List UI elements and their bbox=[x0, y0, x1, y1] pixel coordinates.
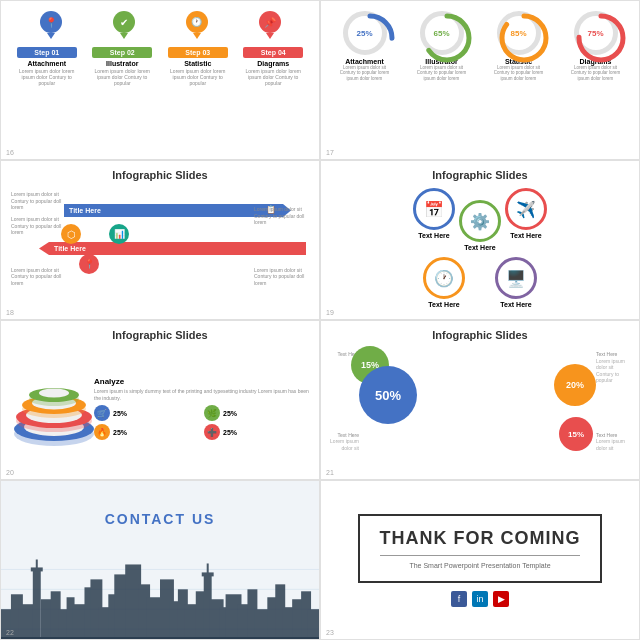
bubble-ring-3: ✈️ bbox=[505, 188, 547, 230]
svg-point-15 bbox=[39, 388, 69, 397]
pct-icon-2: 🌿 bbox=[204, 405, 220, 421]
bubble-icon-2: ⚙️ bbox=[470, 212, 490, 231]
social-icons: f in ▶ bbox=[451, 591, 509, 607]
circ-pct-1: 25% bbox=[356, 29, 372, 38]
slide-number-4: 19 bbox=[326, 309, 334, 316]
svg-rect-58 bbox=[307, 609, 319, 639]
svg-point-0 bbox=[348, 16, 392, 60]
step-pin-2: ✔ bbox=[113, 11, 135, 35]
thank-subtitle: The Smart Powerpoint Presentation Templa… bbox=[380, 562, 581, 569]
analyze-box: Analyze Lorem ipsum is simply dummy text… bbox=[94, 377, 311, 440]
bubble-icon-3: ✈️ bbox=[516, 200, 536, 219]
thank-divider bbox=[380, 555, 581, 556]
svg-rect-23 bbox=[33, 569, 41, 639]
svg-rect-46 bbox=[207, 563, 209, 575]
step-pin-4: 📌 bbox=[259, 11, 281, 35]
step-bar-3: Step 03 bbox=[168, 47, 228, 58]
slide-title-5: Infographic Slides bbox=[9, 329, 311, 341]
slide-contact: CONTACT US bbox=[0, 480, 320, 640]
bubble-chart-text-tr: Text HereLorem ipsum dolor sit Contury t… bbox=[596, 351, 631, 384]
circ-text-3: Lorem ipsum dolor sit Contury to popular… bbox=[491, 65, 546, 81]
svg-rect-59 bbox=[1, 637, 319, 639]
step-labels: Step 01 Attachment Lorem ipsum dolor lor… bbox=[9, 47, 311, 86]
circ-pct-2: 65% bbox=[433, 29, 449, 38]
bubble-label-5: Text Here bbox=[500, 301, 531, 308]
circ-pct-3: 85% bbox=[510, 29, 526, 38]
svg-point-3 bbox=[579, 16, 623, 60]
slide-thank-you: THANK FOR COMING The Smart Powerpoint Pr… bbox=[320, 480, 640, 640]
slide-circular: 25% Attachment Lorem ipsum dolor sit Con… bbox=[320, 0, 640, 160]
step-label-2: Step 02 Illustrator Lorem ipsum dolor lo… bbox=[92, 47, 152, 86]
slide-title-4: Infographic Slides bbox=[329, 169, 631, 181]
step-label-4: Step 04 Diagrams Lorem ipsum dolor lorem… bbox=[243, 47, 303, 86]
arrow-text-bl: Lorem ipsum dolor sit Contury to popular… bbox=[11, 267, 69, 287]
circ-text-2: Lorem ipsum dolor sit Contury to popular… bbox=[414, 65, 469, 81]
circle-red: 📍 bbox=[79, 254, 99, 274]
pct-item-2: 🌿 25% bbox=[204, 405, 311, 421]
circ-ring-1: 25% bbox=[343, 11, 387, 55]
svg-point-2 bbox=[502, 16, 546, 60]
bubble-icon-5: 🖥️ bbox=[506, 269, 526, 288]
circ-ring-2: 65% bbox=[420, 11, 464, 55]
bubble-4: 🕐 Text Here bbox=[423, 257, 465, 308]
analyze-text: Lorem ipsum is simply dummy text of the … bbox=[94, 388, 311, 401]
svg-rect-25 bbox=[36, 560, 38, 572]
circ-ring-3: 85% bbox=[497, 11, 541, 55]
arrow-text-r: Lorem ipsum dolor sit Contury to popular… bbox=[254, 206, 309, 226]
bubble-ring-2: ⚙️ bbox=[459, 200, 501, 242]
slide-donut: Infographic Slides bbox=[0, 320, 320, 480]
linkedin-icon[interactable]: in bbox=[472, 591, 488, 607]
slide-title-6: Infographic Slides bbox=[329, 329, 631, 341]
bubble-icon-1: 📅 bbox=[424, 200, 444, 219]
bubble-grid: 📅 Text Here ⚙️ Text Here ✈️ Text Here 🕐 … bbox=[329, 186, 631, 310]
circ-pct-4: 75% bbox=[587, 29, 603, 38]
slide-arrows: Infographic Slides Lorem ipsum dolor sit… bbox=[0, 160, 320, 320]
youtube-icon[interactable]: ▶ bbox=[493, 591, 509, 607]
bubble-label-4: Text Here bbox=[428, 301, 459, 308]
bubble-3: ✈️ Text Here bbox=[505, 188, 547, 251]
pct-item-3: 🔥 25% bbox=[94, 424, 201, 440]
bubble-row-2: 🕐 Text Here 🖥️ Text Here bbox=[331, 257, 629, 308]
facebook-icon[interactable]: f bbox=[451, 591, 467, 607]
thank-title: THANK FOR COMING bbox=[380, 528, 581, 549]
circ-item-4: 75% Diagrams Lorem ipsum dolor sit Contu… bbox=[568, 11, 623, 81]
pin-green: ✔ bbox=[113, 11, 135, 33]
slide-number-1: 16 bbox=[6, 149, 14, 156]
arrow-text-br: Lorem ipsum dolor sit Contury to popular… bbox=[254, 267, 309, 287]
slide-bubbles: Infographic Slides 📅 Text Here ⚙️ Text H… bbox=[320, 160, 640, 320]
slide-number-2: 17 bbox=[326, 149, 334, 156]
step-bar-4: Step 04 bbox=[243, 47, 303, 58]
arrows-area: Lorem ipsum dolor sit Contury to popular… bbox=[9, 186, 311, 286]
bubble-2: ⚙️ Text Here bbox=[459, 200, 501, 251]
bubble-label-1: Text Here bbox=[418, 232, 449, 239]
bubble-label-3: Text Here bbox=[510, 232, 541, 239]
bubble-1: 📅 Text Here bbox=[413, 188, 455, 251]
bubble-blue-center: 50% bbox=[359, 366, 417, 424]
bubble-chart-area: Text Here 15% Text HereLorem ipsum dolor… bbox=[329, 346, 631, 456]
circ-ring-4: 75% bbox=[574, 11, 618, 55]
slide-number-8: 23 bbox=[326, 629, 334, 636]
bubble-orange: 20% bbox=[554, 364, 596, 406]
pct-icon-4: ➕ bbox=[204, 424, 220, 440]
city-skyline-svg bbox=[1, 549, 319, 639]
donut-3d bbox=[9, 379, 89, 439]
slide-bubble-chart: Infographic Slides Text Here 15% Text He… bbox=[320, 320, 640, 480]
slide-number-5: 20 bbox=[6, 469, 14, 476]
step-bar-1: Step 01 bbox=[17, 47, 77, 58]
bubble-label-2: Text Here bbox=[464, 244, 495, 251]
pct-grid: 🛒 25% 🌿 25% 🔥 25% ➕ 25% bbox=[94, 405, 311, 440]
circ-item-2: 65% Illustrator Lorem ipsum dolor sit Co… bbox=[414, 11, 469, 81]
slide-number-7: 22 bbox=[6, 629, 14, 636]
pin-orange: 🕐 bbox=[186, 11, 208, 33]
bubble-icon-4: 🕐 bbox=[434, 269, 454, 288]
slide-number-6: 21 bbox=[326, 469, 334, 476]
pct-item-1: 🛒 25% bbox=[94, 405, 201, 421]
pct-item-4: ➕ 25% bbox=[204, 424, 311, 440]
circ-text-1: Lorem ipsum dolor sit Contury to popular… bbox=[337, 65, 392, 81]
bubble-chart-text-br: Text HereLorem ipsum dolor sit bbox=[596, 432, 631, 452]
slide-steps: 📍 ✔ 🕐 📌 Step 01 Attachment Lorem ipsum d… bbox=[0, 0, 320, 160]
bubble-chart-text-bl: Text HereLorem ipsum dolor sit bbox=[329, 432, 359, 452]
step-icons: 📍 ✔ 🕐 📌 bbox=[9, 11, 311, 35]
slide-number-3: 18 bbox=[6, 309, 14, 316]
circ-item-1: 25% Attachment Lorem ipsum dolor sit Con… bbox=[337, 11, 392, 81]
